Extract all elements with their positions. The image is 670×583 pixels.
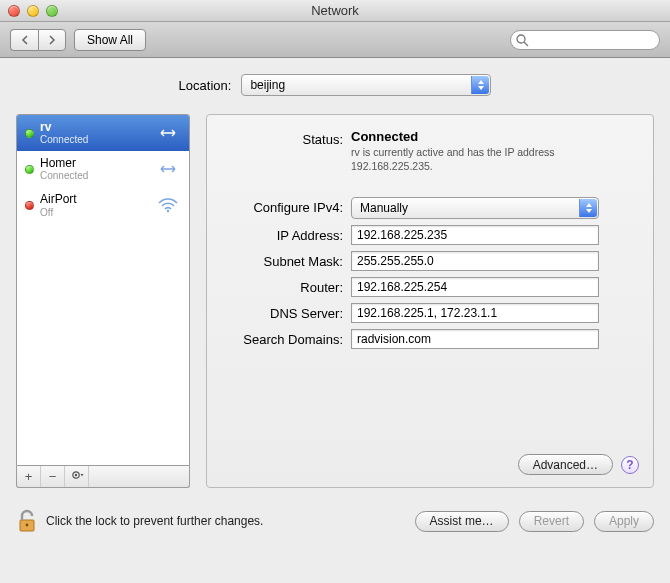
ip-label: IP Address: [223,225,351,243]
show-all-button[interactable]: Show All [74,29,146,51]
configure-value: Manually [360,201,408,215]
updown-arrows-icon [471,76,489,94]
sidebar-item-rv[interactable]: rv Connected [17,115,189,151]
service-sub: Connected [40,134,149,145]
sidebar-footer: + − [16,466,190,488]
service-name: rv [40,121,149,134]
apply-button[interactable]: Apply [594,511,654,532]
status-value-group: Connected rv is currently active and has… [351,129,637,173]
back-button[interactable] [10,29,38,51]
add-service-button[interactable]: + [17,466,41,487]
dns-label: DNS Server: [223,303,351,321]
service-sub: Off [40,207,149,218]
main-row: rv Connected Homer Connected [16,114,654,488]
svg-line-1 [524,42,528,46]
dns-server-input[interactable] [351,303,599,323]
updown-arrows-icon [579,199,597,217]
subnet-mask-input[interactable] [351,251,599,271]
location-label: Location: [179,78,232,93]
close-window-button[interactable] [8,5,20,17]
dns-row: DNS Server: [223,303,637,323]
status-subtext: rv is currently active and has the IP ad… [351,146,611,173]
content-area: Location: beijing rv Connected [0,58,670,498]
sidebar-item-homer[interactable]: Homer Connected [17,151,189,187]
status-label: Status: [223,129,351,147]
router-row: Router: [223,277,637,297]
service-name: AirPort [40,193,149,206]
search-domains-row: Search Domains: [223,329,637,349]
service-text: Homer Connected [40,157,149,181]
router-label: Router: [223,277,351,295]
svg-point-4 [74,474,76,476]
status-row: Status: Connected rv is currently active… [223,129,637,173]
nav-buttons [10,29,66,51]
location-select[interactable]: beijing [241,74,491,96]
sidebar-item-airport[interactable]: AirPort Off [17,187,189,223]
window-controls [0,5,58,17]
status-dot-icon [25,129,34,138]
service-text: rv Connected [40,121,149,145]
details-pane: Status: Connected rv is currently active… [206,114,654,488]
service-text: AirPort Off [40,193,149,217]
location-value: beijing [250,78,285,92]
chevron-left-icon [21,35,29,45]
remove-service-button[interactable]: − [41,466,65,487]
location-row: Location: beijing [16,74,654,96]
forward-button[interactable] [38,29,66,51]
service-sub: Connected [40,170,149,181]
titlebar: Network [0,0,670,22]
status-value: Connected [351,129,637,144]
assist-me-button[interactable]: Assist me… [415,511,509,532]
svg-point-6 [26,524,29,527]
ip-row: IP Address: [223,225,637,245]
wifi-icon [155,197,181,213]
window-title: Network [0,3,670,18]
lock-text: Click the lock to prevent further change… [46,514,407,528]
gear-icon [70,469,84,484]
mask-label: Subnet Mask: [223,251,351,269]
lock-icon[interactable] [16,508,38,534]
services-list: rv Connected Homer Connected [16,114,190,466]
ip-address-input[interactable] [351,225,599,245]
minimize-window-button[interactable] [27,5,39,17]
ethernet-icon [155,162,181,176]
svg-point-0 [517,35,525,43]
configure-row: Configure IPv4: Manually [223,197,637,219]
search-container [510,30,660,50]
status-dot-icon [25,201,34,210]
services-sidebar: rv Connected Homer Connected [16,114,190,488]
configure-label: Configure IPv4: [223,197,351,215]
ethernet-icon [155,126,181,140]
search-input[interactable] [510,30,660,50]
revert-button[interactable]: Revert [519,511,584,532]
chevron-right-icon [48,35,56,45]
svg-point-2 [167,210,169,212]
footer-buttons: Assist me… Revert Apply [415,511,654,532]
service-actions-button[interactable] [65,466,89,487]
advanced-button[interactable]: Advanced… [518,454,613,475]
search-domains-label: Search Domains: [223,329,351,347]
toolbar: Show All [0,22,670,58]
status-dot-icon [25,165,34,174]
footer: Click the lock to prevent further change… [0,498,670,548]
router-input[interactable] [351,277,599,297]
advanced-row: Advanced… ? [518,454,639,475]
zoom-window-button[interactable] [46,5,58,17]
search-domains-input[interactable] [351,329,599,349]
service-name: Homer [40,157,149,170]
configure-ipv4-select[interactable]: Manually [351,197,599,219]
search-icon [516,34,529,47]
help-button[interactable]: ? [621,456,639,474]
mask-row: Subnet Mask: [223,251,637,271]
